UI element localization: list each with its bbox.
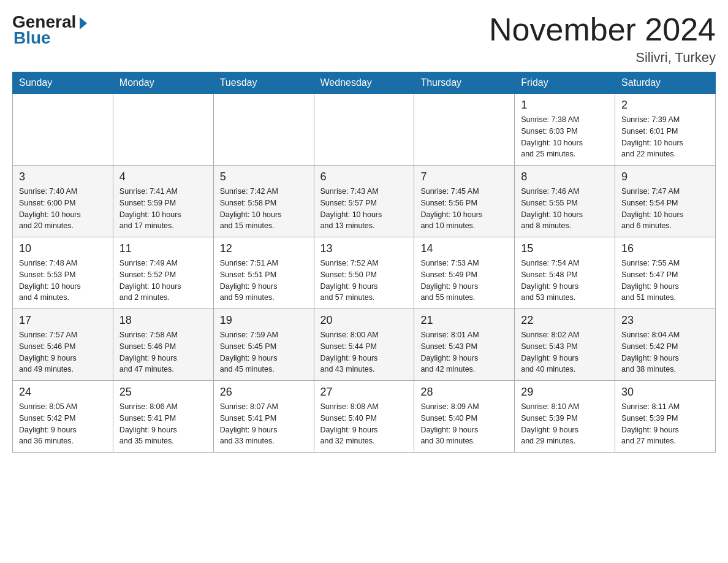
calendar-day-cell: 29Sunrise: 8:10 AMSunset: 5:39 PMDayligh… bbox=[515, 381, 615, 453]
day-info: Sunrise: 7:51 AMSunset: 5:51 PMDaylight:… bbox=[220, 258, 308, 304]
day-info: Sunrise: 7:43 AMSunset: 5:57 PMDaylight:… bbox=[320, 186, 408, 232]
day-info: Sunrise: 7:48 AMSunset: 5:53 PMDaylight:… bbox=[19, 258, 107, 304]
calendar-week-row: 10Sunrise: 7:48 AMSunset: 5:53 PMDayligh… bbox=[13, 237, 716, 309]
day-info: Sunrise: 8:04 AMSunset: 5:42 PMDaylight:… bbox=[621, 329, 709, 375]
day-number: 12 bbox=[220, 242, 308, 255]
day-info: Sunrise: 7:42 AMSunset: 5:58 PMDaylight:… bbox=[220, 186, 308, 232]
day-info: Sunrise: 7:40 AMSunset: 6:00 PMDaylight:… bbox=[19, 186, 107, 232]
calendar-day-cell: 20Sunrise: 8:00 AMSunset: 5:44 PMDayligh… bbox=[314, 309, 414, 381]
day-number: 22 bbox=[521, 314, 609, 327]
calendar-day-cell: 9Sunrise: 7:47 AMSunset: 5:54 PMDaylight… bbox=[615, 166, 716, 237]
calendar-day-cell bbox=[414, 94, 515, 166]
day-of-week-header: Friday bbox=[515, 72, 615, 94]
day-number: 4 bbox=[119, 170, 207, 183]
day-number: 19 bbox=[220, 314, 308, 327]
calendar-day-cell: 12Sunrise: 7:51 AMSunset: 5:51 PMDayligh… bbox=[213, 237, 314, 309]
day-number: 20 bbox=[320, 314, 408, 327]
day-number: 7 bbox=[420, 170, 508, 183]
day-number: 3 bbox=[19, 170, 107, 183]
day-number: 26 bbox=[220, 386, 308, 399]
calendar-day-cell: 23Sunrise: 8:04 AMSunset: 5:42 PMDayligh… bbox=[615, 309, 716, 381]
day-number: 16 bbox=[621, 242, 709, 255]
day-number: 15 bbox=[521, 242, 609, 255]
calendar-day-cell: 8Sunrise: 7:46 AMSunset: 5:55 PMDaylight… bbox=[515, 166, 615, 237]
calendar-day-cell: 18Sunrise: 7:58 AMSunset: 5:46 PMDayligh… bbox=[113, 309, 213, 381]
calendar-week-row: 17Sunrise: 7:57 AMSunset: 5:46 PMDayligh… bbox=[13, 309, 716, 381]
calendar-table: SundayMondayTuesdayWednesdayThursdayFrid… bbox=[12, 72, 716, 453]
day-of-week-header: Saturday bbox=[615, 72, 716, 94]
day-info: Sunrise: 7:49 AMSunset: 5:52 PMDaylight:… bbox=[119, 258, 207, 304]
day-of-week-header: Thursday bbox=[414, 72, 515, 94]
day-number: 2 bbox=[621, 99, 709, 112]
day-of-week-header: Tuesday bbox=[213, 72, 314, 94]
calendar-day-cell: 19Sunrise: 7:59 AMSunset: 5:45 PMDayligh… bbox=[213, 309, 314, 381]
logo: General Blue bbox=[12, 12, 87, 48]
calendar-day-cell bbox=[314, 94, 414, 166]
calendar-week-row: 24Sunrise: 8:05 AMSunset: 5:42 PMDayligh… bbox=[13, 381, 716, 453]
day-info: Sunrise: 8:07 AMSunset: 5:41 PMDaylight:… bbox=[220, 401, 308, 447]
day-number: 10 bbox=[19, 242, 107, 255]
calendar-day-cell: 28Sunrise: 8:09 AMSunset: 5:40 PMDayligh… bbox=[414, 381, 515, 453]
title-section: November 2024 Silivri, Turkey bbox=[489, 12, 716, 66]
calendar-day-cell: 21Sunrise: 8:01 AMSunset: 5:43 PMDayligh… bbox=[414, 309, 515, 381]
day-info: Sunrise: 7:53 AMSunset: 5:49 PMDaylight:… bbox=[420, 258, 508, 304]
day-number: 9 bbox=[621, 170, 709, 183]
location-title: Silivri, Turkey bbox=[489, 50, 716, 66]
day-info: Sunrise: 8:01 AMSunset: 5:43 PMDaylight:… bbox=[420, 329, 508, 375]
month-title: November 2024 bbox=[489, 12, 716, 47]
day-of-week-header: Sunday bbox=[13, 72, 113, 94]
calendar-day-cell: 17Sunrise: 7:57 AMSunset: 5:46 PMDayligh… bbox=[13, 309, 113, 381]
day-info: Sunrise: 7:52 AMSunset: 5:50 PMDaylight:… bbox=[320, 258, 408, 304]
day-number: 11 bbox=[119, 242, 207, 255]
day-number: 30 bbox=[621, 386, 709, 399]
calendar-day-cell: 27Sunrise: 8:08 AMSunset: 5:40 PMDayligh… bbox=[314, 381, 414, 453]
calendar-day-cell: 4Sunrise: 7:41 AMSunset: 5:59 PMDaylight… bbox=[113, 166, 213, 237]
day-info: Sunrise: 7:39 AMSunset: 6:01 PMDaylight:… bbox=[621, 114, 709, 160]
calendar-day-cell: 24Sunrise: 8:05 AMSunset: 5:42 PMDayligh… bbox=[13, 381, 113, 453]
calendar-day-cell: 5Sunrise: 7:42 AMSunset: 5:58 PMDaylight… bbox=[213, 166, 314, 237]
calendar-day-cell: 1Sunrise: 7:38 AMSunset: 6:03 PMDaylight… bbox=[515, 94, 615, 166]
calendar-day-cell: 11Sunrise: 7:49 AMSunset: 5:52 PMDayligh… bbox=[113, 237, 213, 309]
calendar-day-cell: 7Sunrise: 7:45 AMSunset: 5:56 PMDaylight… bbox=[414, 166, 515, 237]
day-info: Sunrise: 7:55 AMSunset: 5:47 PMDaylight:… bbox=[621, 258, 709, 304]
day-info: Sunrise: 8:06 AMSunset: 5:41 PMDaylight:… bbox=[119, 401, 207, 447]
logo-arrow-icon bbox=[80, 17, 87, 29]
page-header: General Blue November 2024 Silivri, Turk… bbox=[12, 12, 716, 66]
calendar-day-cell: 10Sunrise: 7:48 AMSunset: 5:53 PMDayligh… bbox=[13, 237, 113, 309]
calendar-day-cell: 25Sunrise: 8:06 AMSunset: 5:41 PMDayligh… bbox=[113, 381, 213, 453]
day-info: Sunrise: 8:08 AMSunset: 5:40 PMDaylight:… bbox=[320, 401, 408, 447]
day-info: Sunrise: 7:57 AMSunset: 5:46 PMDaylight:… bbox=[19, 329, 107, 375]
day-number: 8 bbox=[521, 170, 609, 183]
calendar-day-cell: 22Sunrise: 8:02 AMSunset: 5:43 PMDayligh… bbox=[515, 309, 615, 381]
day-info: Sunrise: 8:00 AMSunset: 5:44 PMDaylight:… bbox=[320, 329, 408, 375]
calendar-week-row: 1Sunrise: 7:38 AMSunset: 6:03 PMDaylight… bbox=[13, 94, 716, 166]
day-info: Sunrise: 8:02 AMSunset: 5:43 PMDaylight:… bbox=[521, 329, 609, 375]
calendar-day-cell: 14Sunrise: 7:53 AMSunset: 5:49 PMDayligh… bbox=[414, 237, 515, 309]
day-info: Sunrise: 7:41 AMSunset: 5:59 PMDaylight:… bbox=[119, 186, 207, 232]
calendar-day-cell bbox=[13, 94, 113, 166]
calendar-week-row: 3Sunrise: 7:40 AMSunset: 6:00 PMDaylight… bbox=[13, 166, 716, 237]
day-number: 28 bbox=[420, 386, 508, 399]
day-info: Sunrise: 8:09 AMSunset: 5:40 PMDaylight:… bbox=[420, 401, 508, 447]
day-number: 14 bbox=[420, 242, 508, 255]
day-number: 5 bbox=[220, 170, 308, 183]
day-number: 25 bbox=[119, 386, 207, 399]
day-number: 21 bbox=[420, 314, 508, 327]
day-info: Sunrise: 7:58 AMSunset: 5:46 PMDaylight:… bbox=[119, 329, 207, 375]
day-number: 17 bbox=[19, 314, 107, 327]
day-of-week-header: Wednesday bbox=[314, 72, 414, 94]
day-info: Sunrise: 7:47 AMSunset: 5:54 PMDaylight:… bbox=[621, 186, 709, 232]
calendar-day-cell: 6Sunrise: 7:43 AMSunset: 5:57 PMDaylight… bbox=[314, 166, 414, 237]
day-number: 29 bbox=[521, 386, 609, 399]
day-number: 27 bbox=[320, 386, 408, 399]
calendar-day-cell: 30Sunrise: 8:11 AMSunset: 5:39 PMDayligh… bbox=[615, 381, 716, 453]
day-info: Sunrise: 8:10 AMSunset: 5:39 PMDaylight:… bbox=[521, 401, 609, 447]
day-info: Sunrise: 8:05 AMSunset: 5:42 PMDaylight:… bbox=[19, 401, 107, 447]
day-of-week-header: Monday bbox=[113, 72, 213, 94]
day-info: Sunrise: 8:11 AMSunset: 5:39 PMDaylight:… bbox=[621, 401, 709, 447]
day-number: 13 bbox=[320, 242, 408, 255]
calendar-day-cell: 15Sunrise: 7:54 AMSunset: 5:48 PMDayligh… bbox=[515, 237, 615, 309]
day-number: 18 bbox=[119, 314, 207, 327]
day-info: Sunrise: 7:54 AMSunset: 5:48 PMDaylight:… bbox=[521, 258, 609, 304]
day-number: 6 bbox=[320, 170, 408, 183]
